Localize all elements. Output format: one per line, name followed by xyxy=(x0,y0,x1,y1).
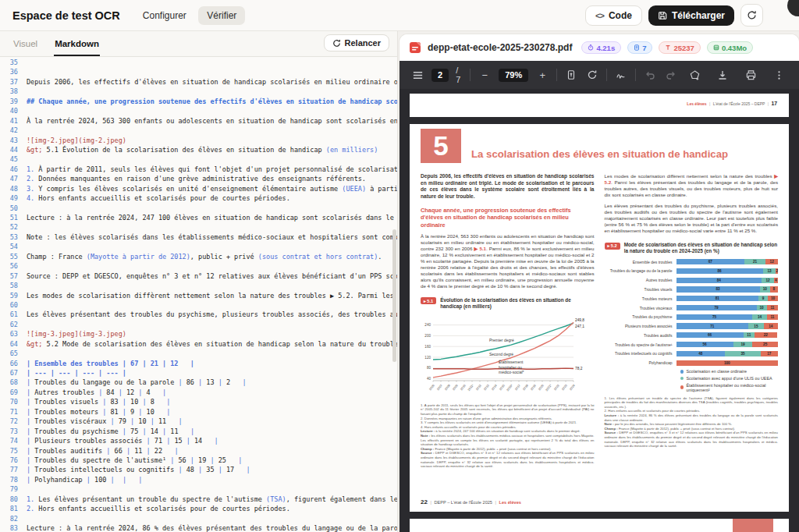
editor-line[interactable]: 44&gt; 5.1 Évolution de la scolarisation… xyxy=(0,145,397,154)
figure-52-title: Mode de scolarisation des élèves en situ… xyxy=(624,242,778,254)
pdf-right-column: Les modes de scolarisation diffèrent net… xyxy=(605,173,779,469)
editor-line[interactable]: 494. Hors enfants accueillis et scolaris… xyxy=(0,193,397,203)
zoom-level[interactable]: 79% xyxy=(499,69,528,82)
download-button[interactable]: Télécharger xyxy=(648,5,734,26)
editor-line[interactable]: 67| --- | --- | --- | --- | xyxy=(0,368,397,378)
editor-line[interactable]: 42 xyxy=(0,126,397,135)
editor-line[interactable]: 78| Polyhandicap | 100 | | | xyxy=(0,475,397,484)
editor-line[interactable]: 82 xyxy=(0,514,397,523)
tab-visuel[interactable]: Visuel xyxy=(12,33,38,56)
editor-line[interactable]: 51Lecture : à la rentrée 2024, 247 100 é… xyxy=(0,213,397,222)
editor-line[interactable]: 76| Troubles du spectre de l'autisme¹ | … xyxy=(0,456,397,465)
editor-line[interactable]: 75| Troubles auditifs | 66 | 11 | 22 | xyxy=(0,446,397,456)
editor-line[interactable]: 57Source : DEPP et DGESCO, enquêtes n° 3… xyxy=(0,271,397,281)
editor-line[interactable]: 72| Troubles viscéraux | 79 | 10 | 11 | xyxy=(0,417,397,426)
nav-verifier[interactable]: Vérifier xyxy=(198,6,245,25)
svg-text:200: 200 xyxy=(424,334,431,338)
editor-panel: Visuel Markdown Relancer 353637Depuis 20… xyxy=(0,31,398,532)
svg-text:2014: 2014 xyxy=(491,384,497,391)
editor-line[interactable]: 66| Ensemble des troubles | 67 | 21 | 12… xyxy=(0,359,397,368)
toolbar-divider xyxy=(635,69,636,81)
markdown-editor[interactable]: 353637Depuis 2006, les effectifs d'élève… xyxy=(0,57,397,532)
relancer-button[interactable]: Relancer xyxy=(324,34,389,51)
editor-line[interactable]: 59Les modes de scolarisation diffèrent n… xyxy=(0,291,397,300)
svg-text:247,1: 247,1 xyxy=(575,325,584,328)
editor-line[interactable]: 801. Les élèves présentant un trouble du… xyxy=(0,495,397,504)
editor-line[interactable]: 55Champ : France (Mayotte à partir de 20… xyxy=(0,252,397,261)
editor-line[interactable]: 64&gt; 5.2 Mode de scolarisation des élè… xyxy=(0,339,397,349)
editor-line[interactable]: 483. Y compris les élèves scolarisés en … xyxy=(0,184,397,193)
nav-configurer[interactable]: Configurer xyxy=(134,6,195,25)
editor-line[interactable]: 45 xyxy=(0,154,397,164)
editor-line[interactable]: 68| Troubles du langage ou de la parole … xyxy=(0,378,397,387)
editor-line[interactable]: 61Les élèves présentant des troubles du … xyxy=(0,310,397,319)
page-footer: 22 | DEPP – L'état de l'École 2025 | Les… xyxy=(421,498,521,505)
editor-line[interactable]: 83Lecture : à la rentrée 2024, 86 % des … xyxy=(0,523,397,532)
editor-line[interactable]: 63![img-3.jpeg](img-3.jpeg) xyxy=(0,329,397,339)
redo-icon[interactable] xyxy=(664,66,678,84)
svg-text:2013: 2013 xyxy=(483,384,489,391)
next-chapter-block xyxy=(733,519,773,532)
editor-line[interactable]: 71| Troubles moteurs | 81 | 9 | 10 | xyxy=(0,407,397,417)
editor-line[interactable]: 37Depuis 2006, les effectifs d'élèves en… xyxy=(0,77,397,87)
chart-legend: Scolarisation en classe ordinaireScolari… xyxy=(680,369,779,392)
editor-line[interactable]: 79 xyxy=(0,484,397,494)
editor-line[interactable]: 50 xyxy=(0,204,397,213)
editor-line[interactable]: 39## Chaque année, une progression soute… xyxy=(0,97,397,106)
rotate-icon[interactable] xyxy=(585,66,599,84)
editor-line[interactable]: 73| Troubles du psychisme | 75 | 14 | 11… xyxy=(0,427,397,436)
svg-text:249,8: 249,8 xyxy=(575,318,584,322)
zoom-out-button[interactable]: − xyxy=(478,66,492,84)
editor-line[interactable]: 62 xyxy=(0,320,397,329)
editor-line[interactable]: 58 xyxy=(0,281,397,290)
editor-line[interactable]: 812. Hors enfants accueillis et scolaris… xyxy=(0,504,397,513)
pdf-viewer[interactable]: Les élèves | L'état de l'École 2025 – DE… xyxy=(400,89,799,532)
editor-line[interactable]: 70| Troubles visuels | 83 | 10 | 8 | xyxy=(0,397,397,406)
editor-line[interactable]: 38 xyxy=(0,87,397,96)
svg-text:médico-social*: médico-social* xyxy=(499,370,524,374)
stamp-icon[interactable] xyxy=(685,66,704,84)
svg-text:160: 160 xyxy=(424,345,431,349)
bar-row: Troubles auditifs661122 xyxy=(605,332,779,338)
editor-line[interactable]: 35 xyxy=(0,58,397,67)
svg-text:120: 120 xyxy=(424,355,431,359)
editor-line[interactable]: 41À la rentrée 2024, 563 300 enfants ou … xyxy=(0,116,397,126)
stacked-bar-chart: Ensemble des troubles672112Troubles du l… xyxy=(605,259,779,366)
editor-line[interactable]: 52 xyxy=(0,222,397,232)
page-number-input[interactable]: 2 xyxy=(431,69,449,82)
app-header: Espace de test OCR Configurer Vérifier <… xyxy=(0,0,799,31)
editor-line[interactable]: 472. Données manquantes en raison d'une … xyxy=(0,174,397,183)
print-icon[interactable] xyxy=(741,66,760,84)
pages-icon xyxy=(634,44,640,51)
undo-icon[interactable] xyxy=(643,66,657,84)
editor-line[interactable]: 461. À partir de 2011, seuls les élèves … xyxy=(0,165,397,174)
refresh-icon xyxy=(747,10,757,20)
editor-line[interactable]: 53Note : les élèves scolarisés dans les … xyxy=(0,232,397,242)
download-pdf-icon[interactable] xyxy=(713,66,732,84)
refresh-button[interactable] xyxy=(740,4,763,27)
corner-widget[interactable] xyxy=(787,0,799,16)
editor-line[interactable]: 56 xyxy=(0,261,397,271)
svg-text:2020: 2020 xyxy=(538,384,544,391)
code-button[interactable]: <> Code xyxy=(585,5,642,26)
editor-line[interactable]: 36 xyxy=(0,67,397,76)
zoom-in-button[interactable]: + xyxy=(535,66,549,84)
editor-line[interactable]: 65 xyxy=(0,349,397,358)
svg-text:240: 240 xyxy=(424,323,431,327)
fit-page-icon[interactable] xyxy=(564,66,578,84)
signature-icon[interactable] xyxy=(614,66,628,84)
pdf-file-header: depp-etat-ecole-2025-230278.pdf 4.21s 7 … xyxy=(400,34,799,61)
tab-markdown[interactable]: Markdown xyxy=(54,33,100,56)
sidebar-toggle-icon[interactable] xyxy=(410,66,424,84)
editor-line[interactable]: 77| Troubles intellectuels ou cognitifs … xyxy=(0,465,397,474)
editor-line[interactable]: 60 xyxy=(0,300,397,310)
editor-line[interactable]: 74| Plusieurs troubles associés | 71 | 1… xyxy=(0,436,397,445)
editor-line[interactable]: 43![img-2.jpeg](img-2.jpeg) xyxy=(0,136,397,145)
more-menu-icon[interactable] xyxy=(769,66,788,84)
svg-text:2008: 2008 xyxy=(444,384,450,391)
body-paragraph: Les élèves présentant des troubles du ps… xyxy=(605,203,779,234)
editor-line[interactable]: 69| Autres troubles | 84 | 12 | 4 | xyxy=(0,388,397,397)
editor-line[interactable]: 40 xyxy=(0,106,397,115)
editor-line[interactable]: 54 xyxy=(0,242,397,251)
editor-scrollbar[interactable] xyxy=(392,61,396,529)
